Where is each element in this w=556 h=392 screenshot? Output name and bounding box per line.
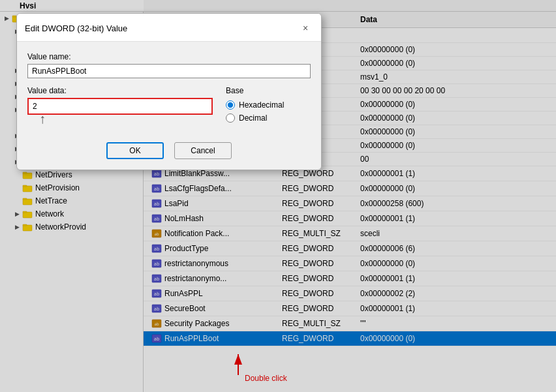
radio-group: Hexadecimal Decimal [226, 100, 311, 123]
base-label: Base [226, 86, 311, 95]
hex-label: Hexadecimal [239, 100, 284, 110]
dialog-row: Value data: ↑ Base Hexadecimal [27, 86, 311, 123]
hex-radio[interactable] [226, 100, 235, 110]
close-button[interactable]: × [298, 20, 313, 36]
modal-overlay: Edit DWORD (32-bit) Value × Value name: … [0, 0, 556, 392]
cancel-button[interactable]: Cancel [174, 142, 232, 159]
value-data-section: Value data: ↑ [27, 86, 213, 115]
hex-radio-label[interactable]: Hexadecimal [226, 100, 311, 110]
ok-button[interactable]: OK [106, 142, 164, 159]
dialog-body: Value name: RunAsPPLBoot Value data: ↑ B… [17, 42, 321, 170]
value-data-input[interactable] [27, 98, 213, 115]
dialog-buttons: OK Cancel [27, 142, 311, 159]
value-name-label: Value name: [27, 52, 311, 61]
edit-dword-dialog: Edit DWORD (32-bit) Value × Value name: … [16, 13, 322, 170]
dec-radio-label[interactable]: Decimal [226, 113, 311, 123]
value-name-display: RunAsPPLBoot [27, 64, 311, 78]
dec-label: Decimal [239, 113, 267, 123]
dec-radio[interactable] [226, 113, 235, 123]
dialog-titlebar: Edit DWORD (32-bit) Value × [17, 14, 321, 42]
dialog-title: Edit DWORD (32-bit) Value [25, 23, 127, 33]
value-input-wrapper: ↑ [27, 98, 213, 115]
cursor-indicator: ↑ [39, 112, 46, 127]
base-section: Base Hexadecimal Decimal [226, 86, 311, 123]
value-data-label: Value data: [27, 86, 213, 95]
